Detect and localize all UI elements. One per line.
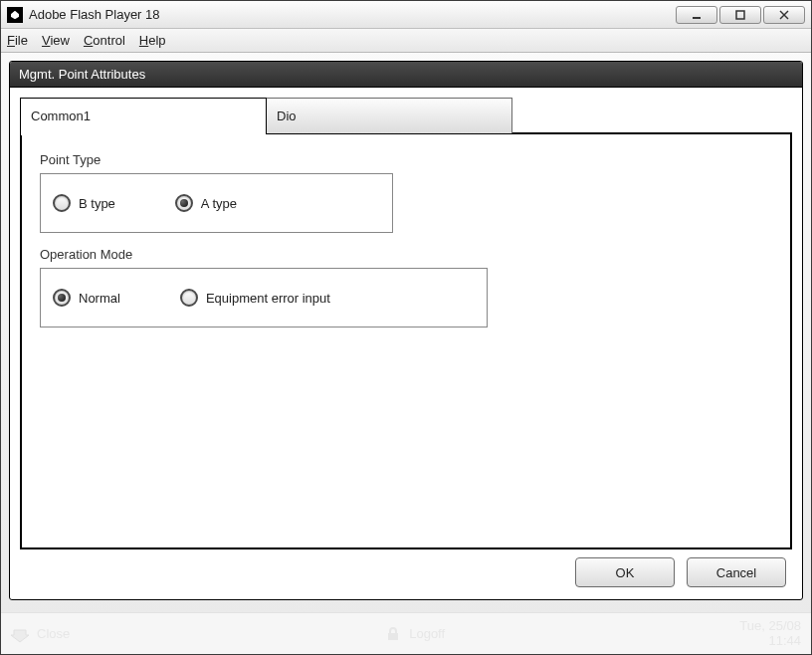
radio-normal[interactable]: Normal [53, 289, 120, 307]
operation-mode-group: Normal Equipment error input [40, 268, 488, 328]
panel-body: Common1 Dio Point Type B type [10, 88, 802, 599]
radio-b-type[interactable]: B type [53, 194, 115, 212]
radio-a-type[interactable]: A type [175, 194, 237, 212]
radio-b-type-label: B type [79, 196, 115, 211]
radio-normal-label: Normal [79, 291, 120, 306]
menu-file[interactable]: File [7, 33, 28, 48]
menu-control-rest: ontrol [93, 33, 125, 48]
point-type-label: Point Type [40, 152, 772, 167]
window-controls [676, 6, 805, 24]
dialog-button-row: OK Cancel [20, 549, 792, 589]
lock-icon [385, 626, 401, 642]
tab-content-common1: Point Type B type A type Operation Mode [20, 132, 792, 549]
radio-dot-icon [180, 289, 198, 307]
radio-equip-error[interactable]: Equipment error input [180, 289, 330, 307]
bottom-close-label: Close [37, 626, 70, 641]
svg-rect-1 [736, 11, 744, 19]
radio-a-type-label: A type [201, 196, 237, 211]
bottom-datetime: Tue, 25/08 11:44 [739, 619, 801, 648]
cancel-button[interactable]: Cancel [687, 557, 786, 587]
menu-help-rest: elp [148, 33, 165, 48]
bottom-bar: Close Logoff Tue, 25/08 11:44 [1, 612, 811, 654]
ok-button-label: OK [616, 565, 635, 580]
menu-control[interactable]: Control [84, 33, 125, 48]
bottom-logoff-label: Logoff [409, 626, 445, 641]
close-icon [778, 9, 790, 21]
down-arrow-icon [11, 625, 29, 643]
mgmt-point-panel: Mgmt. Point Attributes Common1 Dio Point… [9, 61, 803, 600]
menu-help[interactable]: Help [139, 33, 166, 48]
radio-dot-selected-icon [53, 289, 71, 307]
cancel-button-label: Cancel [716, 565, 756, 580]
window-title: Adobe Flash Player 18 [29, 7, 676, 22]
tabs-row: Common1 Dio [20, 98, 792, 133]
panel-title: Mgmt. Point Attributes [10, 62, 802, 88]
app-window: Adobe Flash Player 18 File View Control … [0, 0, 812, 655]
ok-button[interactable]: OK [575, 557, 675, 587]
maximize-icon [734, 9, 746, 21]
radio-equip-error-label: Equipment error input [206, 291, 330, 306]
tab-dio-label: Dio [277, 109, 297, 123]
bottom-time: 11:44 [739, 634, 801, 648]
tab-common1[interactable]: Common1 [20, 98, 267, 133]
menu-file-rest: ile [15, 33, 28, 48]
minimize-button[interactable] [676, 6, 717, 24]
operation-mode-label: Operation Mode [40, 247, 772, 262]
radio-dot-selected-icon [175, 194, 193, 212]
minimize-icon [691, 9, 703, 21]
menu-view[interactable]: View [42, 33, 70, 48]
radio-dot-icon [53, 194, 71, 212]
point-type-group: B type A type [40, 173, 393, 233]
maximize-button[interactable] [719, 6, 761, 24]
window-close-button[interactable] [763, 6, 805, 24]
tab-dio[interactable]: Dio [266, 98, 512, 133]
bottom-close-button[interactable]: Close [11, 625, 91, 643]
bottom-logoff-button[interactable]: Logoff [385, 626, 445, 642]
flash-app-icon [7, 7, 23, 23]
menubar: File View Control Help [1, 29, 811, 53]
menu-view-rest: iew [50, 33, 70, 48]
tab-common1-label: Common1 [31, 109, 91, 123]
client-area: Mgmt. Point Attributes Common1 Dio Point… [1, 53, 811, 612]
titlebar: Adobe Flash Player 18 [1, 1, 811, 29]
bottom-date: Tue, 25/08 [739, 619, 801, 633]
